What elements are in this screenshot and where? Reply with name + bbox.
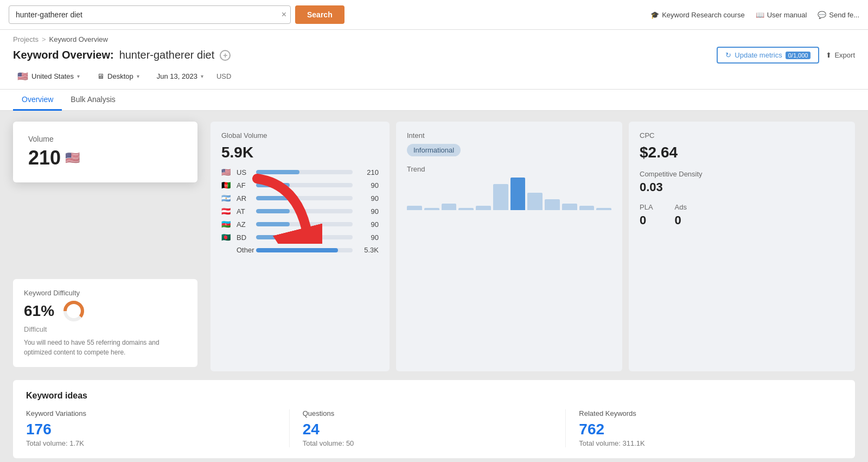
variations-count[interactable]: 176 xyxy=(26,421,276,438)
feedback-icon: 💬 xyxy=(818,11,826,19)
bar-num: 90 xyxy=(357,194,379,202)
bar-code: BD xyxy=(237,233,252,242)
bar-flag: 🇺🇸 xyxy=(221,168,232,176)
trend-chart xyxy=(407,178,611,210)
export-button[interactable]: ⬆ Export xyxy=(826,51,855,59)
cpc-card: CPC $2.64 Competitive Density 0.03 PLA 0… xyxy=(629,122,855,371)
bar-row: 🇺🇸 US 210 xyxy=(221,168,379,176)
keyword-ideas-section: Keyword ideas Keyword Variations 176 Tot… xyxy=(13,380,855,458)
device-name: Desktop xyxy=(107,72,133,80)
tab-overview[interactable]: Overview xyxy=(13,90,62,111)
update-metrics-button[interactable]: ↻ Update metrics 0/1,000 xyxy=(717,47,819,64)
device-icon: 🖥 xyxy=(97,72,104,80)
tab-bulk-analysis[interactable]: Bulk Analysis xyxy=(62,90,124,111)
global-volume-value: 5.9K xyxy=(221,144,379,161)
manual-link[interactable]: 📖 User manual xyxy=(756,11,807,19)
search-input-wrapper: × xyxy=(9,5,291,24)
volume-label: Volume xyxy=(28,135,182,143)
bar-fill xyxy=(256,235,290,239)
feedback-label: Send fe... xyxy=(829,11,859,19)
add-keyword-icon[interactable]: + xyxy=(220,50,231,61)
trend-bar xyxy=(476,206,491,210)
filters-row: 🇺🇸 United States ▾ 🖥 Desktop ▾ Jun 13, 2… xyxy=(13,69,855,89)
bar-flag: 🇦🇫 xyxy=(221,181,232,189)
clear-icon[interactable]: × xyxy=(282,10,286,19)
bar-row-other: Other 5.3K xyxy=(221,246,379,254)
cpc-value: $2.64 xyxy=(640,144,844,161)
bar-flag: 🇦🇷 xyxy=(221,194,232,202)
bar-code: AR xyxy=(237,194,252,202)
pla-value: 0 xyxy=(640,213,653,227)
bar-row: 🇦🇿 AZ 90 xyxy=(221,220,379,229)
questions-volume: Total volume: 50 xyxy=(303,439,553,447)
refresh-icon: ↻ xyxy=(725,51,731,59)
related-label: Related Keywords xyxy=(579,409,829,417)
comp-density-label: Competitive Density xyxy=(640,170,844,178)
date-filter[interactable]: Jun 13, 2023 ▾ xyxy=(152,70,208,83)
bar-fill xyxy=(256,209,290,213)
trend-bar xyxy=(458,208,474,210)
bar-num: 90 xyxy=(357,207,379,216)
ads-value: 0 xyxy=(675,213,687,227)
cpc-label: CPC xyxy=(640,131,844,140)
kd-description: You will need to have 55 referring domai… xyxy=(24,338,187,357)
update-badge: 0/1,000 xyxy=(786,52,811,59)
related-col: Related Keywords 762 Total volume: 311.1… xyxy=(566,409,842,447)
related-count[interactable]: 762 xyxy=(579,421,829,438)
trend-bar xyxy=(527,193,542,210)
trend-bar xyxy=(510,178,526,210)
manual-label: User manual xyxy=(767,11,807,19)
bar-track xyxy=(256,222,353,226)
bar-fill xyxy=(256,222,290,226)
trend-bar xyxy=(579,206,595,210)
search-bar: × Search 🎓 Keyword Research course 📖 Use… xyxy=(0,0,868,30)
device-filter[interactable]: 🖥 Desktop ▾ xyxy=(93,70,144,83)
volume-value: 210 🇺🇸 xyxy=(28,147,182,169)
export-icon: ⬆ xyxy=(826,51,832,59)
course-icon: 🎓 xyxy=(650,11,659,19)
country-chevron: ▾ xyxy=(77,73,80,79)
bar-flag: 🇦🇹 xyxy=(221,207,232,216)
keyword-ideas-grid: Keyword Variations 176 Total volume: 1.7… xyxy=(26,409,842,447)
trend-bar xyxy=(442,204,457,210)
trend-bar xyxy=(424,208,439,210)
breadcrumb-projects[interactable]: Projects xyxy=(13,35,39,43)
search-input[interactable] xyxy=(9,5,291,24)
kd-label: Keyword Difficulty xyxy=(24,289,187,297)
bar-code: AT xyxy=(237,207,252,216)
manual-icon: 📖 xyxy=(756,11,764,19)
date-label: Jun 13, 2023 xyxy=(157,72,197,80)
bar-track-other xyxy=(256,248,353,252)
keyword-difficulty-card: Keyword Difficulty 61% Difficult You wil… xyxy=(13,279,197,367)
volume-popup: Volume 210 🇺🇸 xyxy=(13,122,197,182)
date-chevron: ▾ xyxy=(201,73,203,79)
feedback-link[interactable]: 💬 Send fe... xyxy=(818,11,859,19)
bar-num: 90 xyxy=(357,233,379,242)
bar-num-other: 5.3K xyxy=(357,246,379,254)
comp-density-value: 0.03 xyxy=(640,180,844,194)
volume-number: 210 xyxy=(28,147,61,169)
intent-badge: Informational xyxy=(407,144,461,156)
breadcrumb-separator: > xyxy=(42,35,46,43)
course-link[interactable]: 🎓 Keyword Research course xyxy=(650,11,744,19)
questions-count[interactable]: 24 xyxy=(303,421,553,438)
title-actions: ↻ Update metrics 0/1,000 ⬆ Export xyxy=(717,47,855,64)
bar-fill-other xyxy=(256,248,338,252)
bar-fill xyxy=(256,183,290,187)
variations-label: Keyword Variations xyxy=(26,409,276,417)
country-filter[interactable]: 🇺🇸 United States ▾ xyxy=(13,69,84,84)
bar-flag: 🇧🇩 xyxy=(221,233,232,242)
tabs-row: Overview Bulk Analysis xyxy=(0,90,868,111)
course-label: Keyword Research course xyxy=(662,11,744,19)
pla-ads-row: PLA 0 Ads 0 xyxy=(640,203,844,227)
variations-col: Keyword Variations 176 Total volume: 1.7… xyxy=(26,409,290,447)
page-title: Keyword Overview: hunter-gatherer diet + xyxy=(13,49,231,61)
trend-bar xyxy=(545,199,560,210)
bar-num: 210 xyxy=(357,168,379,176)
pla-item: PLA 0 xyxy=(640,203,653,227)
search-button[interactable]: Search xyxy=(295,5,344,24)
kd-value-row: 61% xyxy=(24,299,187,323)
device-chevron: ▾ xyxy=(137,73,139,79)
trend-bar xyxy=(596,208,611,210)
bar-track xyxy=(256,209,353,213)
